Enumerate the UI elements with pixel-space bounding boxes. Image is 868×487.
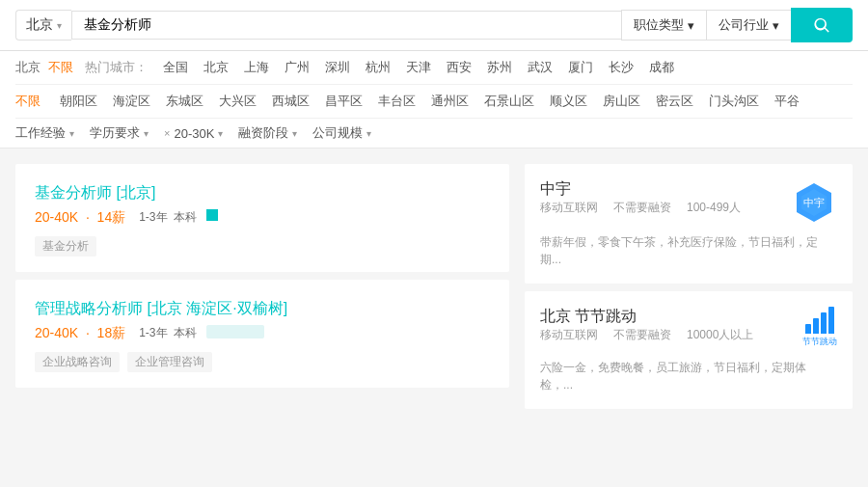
- city-item-shanghai[interactable]: 上海: [236, 57, 277, 78]
- city-active-item[interactable]: 不限: [48, 59, 73, 76]
- job-cat-2-1: 企业管理咨询: [127, 352, 212, 372]
- city-item-xiamen[interactable]: 厦门: [560, 57, 601, 78]
- city-item-beijing[interactable]: 北京: [196, 57, 236, 78]
- company-funding-1: 不需要融资: [613, 200, 671, 216]
- city-item-suzhou[interactable]: 苏州: [479, 57, 520, 78]
- district-pinggu[interactable]: 平谷: [767, 91, 807, 112]
- city-item-tianjin[interactable]: 天津: [398, 57, 439, 78]
- job-tag-icon-1: [206, 209, 218, 221]
- search-input-wrap: [71, 11, 621, 40]
- company-info-left-2: 北京 节节跳动 移动互联网 不需要融资 10000人以上: [540, 307, 753, 351]
- company-size-filter[interactable]: 公司规模 ▾: [312, 124, 371, 142]
- company-welfare-2: 六险一金，免费晚餐，员工旅游，节日福利，定期体检，...: [540, 359, 837, 393]
- district-xicheng[interactable]: 西城区: [264, 91, 317, 112]
- job-categories-1: 基金分析: [35, 236, 490, 257]
- job-cat-2-0: 企业战略咨询: [35, 352, 120, 372]
- salary-filter[interactable]: × 20-30K ▾: [164, 126, 223, 141]
- company-industry-2: 移动互联网: [540, 327, 598, 343]
- district-fangshan[interactable]: 房山区: [595, 91, 648, 112]
- city-item-shenzhen[interactable]: 深圳: [317, 57, 358, 78]
- company-size-2: 10000人以上: [687, 327, 753, 343]
- education-label: 学历要求: [90, 124, 140, 142]
- district-haidian[interactable]: 海淀区: [105, 91, 158, 112]
- search-button[interactable]: [791, 8, 853, 42]
- job-card-1: 基金分析师 [北京] 20-40K · 14薪 1-3年 本科 基金分析: [15, 164, 509, 272]
- district-fengtai[interactable]: 丰台区: [370, 91, 423, 112]
- company-header-1: 中宇 移动互联网 不需要融资 100-499人 中宇: [540, 179, 837, 226]
- city-item-guangzhou[interactable]: 广州: [277, 57, 317, 78]
- funding-filter[interactable]: 融资阶段 ▾: [238, 124, 297, 142]
- district-tongzhou[interactable]: 通州区: [423, 91, 476, 112]
- district-active-item[interactable]: 不限: [15, 93, 41, 110]
- work-exp-filter[interactable]: 工作经验 ▾: [15, 124, 74, 142]
- city-chevron-icon: ▾: [57, 20, 62, 31]
- city-item-xian[interactable]: 西安: [439, 57, 479, 78]
- district-miyun[interactable]: 密云区: [648, 91, 701, 112]
- city-item-changsha[interactable]: 长沙: [601, 57, 641, 78]
- district-daxing[interactable]: 大兴区: [211, 91, 264, 112]
- options-filter-row: 工作经验 ▾ 学历要求 ▾ × 20-30K ▾ 融资阶段 ▾ 公司规模 ▾: [15, 119, 853, 148]
- city-filter-row: 北京 不限 热门城市： 全国 北京 上海 广州 深圳 杭州 天津 西安 苏州 武…: [15, 51, 853, 85]
- job-categories-2: 企业战略咨询 企业管理咨询: [35, 352, 490, 372]
- district-chaoyang[interactable]: 朝阳区: [52, 91, 105, 112]
- company-card-1: 中宇 移动互联网 不需要融资 100-499人 中宇 带薪年假，零食下午茶，补充…: [525, 164, 853, 284]
- company-name-2[interactable]: 北京 节节跳动: [540, 307, 753, 327]
- job-exp-1: 1-3年: [139, 209, 167, 227]
- job-exp-2: 1-3年: [139, 325, 167, 342]
- city-item-wuhan[interactable]: 武汉: [520, 57, 560, 78]
- job-tag-icon-2: [206, 325, 264, 338]
- work-exp-label: 工作经验: [15, 124, 66, 142]
- job-list: 基金分析师 [北京] 20-40K · 14薪 1-3年 本科 基金分析 管理战…: [15, 164, 509, 409]
- company-funding-2: 不需要融资: [613, 327, 671, 343]
- company-size-label: 公司规模: [312, 124, 363, 142]
- industry-chevron-icon: ▾: [773, 18, 779, 33]
- search-input[interactable]: [84, 17, 610, 33]
- company-header-2: 北京 节节跳动 移动互联网 不需要融资 10000人以上 节: [540, 307, 837, 351]
- job-edu-1: 本科: [174, 209, 197, 227]
- filter-section: 北京 不限 热门城市： 全国 北京 上海 广州 深圳 杭州 天津 西安 苏州 武…: [0, 51, 868, 149]
- job-edu-2: 本科: [174, 325, 197, 342]
- education-filter[interactable]: 学历要求 ▾: [90, 124, 149, 142]
- district-dongcheng[interactable]: 东城区: [158, 91, 211, 112]
- industry-label: 公司行业: [719, 16, 769, 34]
- funding-label: 融资阶段: [238, 124, 288, 142]
- company-card-2: 北京 节节跳动 移动互联网 不需要融资 10000人以上 节: [525, 291, 853, 409]
- job-type-filter[interactable]: 职位类型 ▾: [621, 10, 706, 41]
- company-details-2: 移动互联网 不需要融资 10000人以上: [540, 327, 753, 343]
- city-item-chengdu[interactable]: 成都: [641, 57, 682, 78]
- company-name-1[interactable]: 中宇: [540, 179, 741, 200]
- city-select[interactable]: 北京 ▾: [15, 10, 71, 41]
- job-title-line-2: 管理战略分析师 [北京 海淀区·双榆树]: [35, 299, 490, 319]
- district-changping[interactable]: 昌平区: [317, 91, 370, 112]
- job-title-2[interactable]: 管理战略分析师 [北京 海淀区·双榆树]: [35, 299, 287, 319]
- job-type-chevron-icon: ▾: [688, 18, 694, 33]
- district-shijingshan[interactable]: 石景山区: [476, 91, 542, 112]
- company-logo-2: 节节跳动: [802, 307, 837, 348]
- salary-close-icon[interactable]: ×: [164, 127, 170, 139]
- job-salary-1: 20-40K · 14薪: [35, 209, 125, 227]
- company-details-1: 移动互联网 不需要融资 100-499人: [540, 200, 741, 216]
- industry-filter[interactable]: 公司行业 ▾: [706, 10, 791, 41]
- city-item-hangzhou[interactable]: 杭州: [358, 57, 398, 78]
- job-title-line-1: 基金分析师 [北京]: [35, 183, 490, 203]
- district-mentougou[interactable]: 门头沟区: [701, 91, 767, 112]
- job-salary-2: 20-40K · 18薪: [35, 325, 125, 342]
- job-title-1[interactable]: 基金分析师 [北京]: [35, 183, 155, 203]
- work-exp-chevron-icon: ▾: [69, 128, 74, 139]
- company-info-left-1: 中宇 移动互联网 不需要融资 100-499人: [540, 179, 741, 224]
- salary-label: 20-30K: [174, 126, 214, 141]
- company-industry-1: 移动互联网: [540, 200, 598, 216]
- salary-chevron-icon: ▾: [218, 128, 223, 139]
- main-content: 基金分析师 [北京] 20-40K · 14薪 1-3年 本科 基金分析 管理战…: [0, 149, 868, 424]
- right-panel: 中宇 移动互联网 不需要融资 100-499人 中宇 带薪年假，零食下午茶，补充…: [525, 164, 853, 409]
- job-tags-2: 20-40K · 18薪 1-3年 本科: [35, 325, 490, 342]
- job-cat-1-0: 基金分析: [35, 236, 96, 257]
- city-item-quanguo[interactable]: 全国: [155, 57, 196, 78]
- city-label: 北京: [26, 16, 53, 34]
- district-shunyi[interactable]: 顺义区: [542, 91, 595, 112]
- company-size-chevron-icon: ▾: [366, 128, 371, 139]
- company-size-1: 100-499人: [687, 200, 741, 216]
- city-filter-label: 北京: [15, 59, 41, 76]
- company-welfare-1: 带薪年假，零食下午茶，补充医疗保险，节日福利，定期...: [540, 233, 837, 268]
- svg-text:中宇: 中宇: [803, 197, 825, 208]
